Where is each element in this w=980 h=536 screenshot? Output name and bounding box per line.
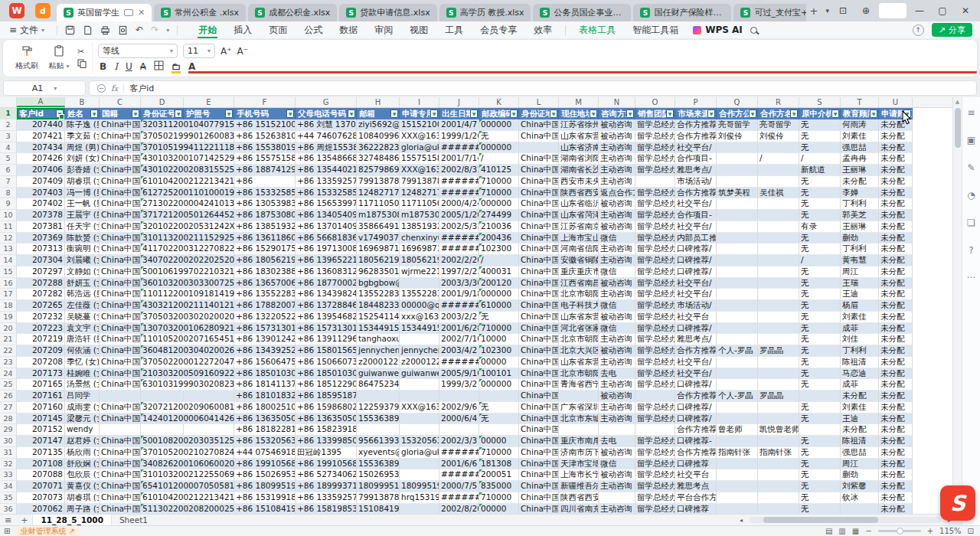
cell[interactable]: 四川省南充	[559, 504, 599, 515]
cell[interactable]: ########	[439, 188, 479, 199]
cell[interactable]: 济南市历下	[559, 447, 599, 459]
cell[interactable]: China中国	[519, 312, 559, 323]
cell[interactable]: 未分配	[879, 312, 913, 323]
cell[interactable]: 825798695	[357, 165, 400, 176]
scroll-left-icon[interactable]: ◂	[735, 517, 747, 524]
cell[interactable]	[758, 142, 799, 154]
cell[interactable]: 无	[479, 413, 519, 425]
cell[interactable]: 138519326	[400, 221, 439, 233]
cell[interactable]: 新航道	[799, 165, 841, 176]
cell[interactable]: +86 18302388	[234, 266, 296, 278]
cell[interactable]: 000000	[479, 289, 519, 300]
cell[interactable]: 2001/7/14	[439, 153, 479, 165]
cell[interactable]: 社交平台/	[675, 289, 717, 300]
cell[interactable]: 北京大兴区	[559, 345, 599, 357]
cell[interactable]: 留学总经办	[635, 413, 675, 425]
cell[interactable]: 654101200007050581	[141, 481, 184, 492]
cell[interactable]: 成菲	[841, 379, 879, 391]
row-number[interactable]: 28	[0, 413, 17, 425]
cell[interactable]: 2001/4/7	[439, 119, 479, 131]
cell[interactable]: 358664913	[357, 221, 400, 233]
cell[interactable]: China中国	[519, 221, 559, 233]
cell[interactable]: 去电	[599, 368, 635, 380]
cell[interactable]: 无	[479, 402, 519, 413]
cell[interactable]	[717, 459, 758, 470]
row-number[interactable]: 17	[0, 289, 17, 300]
cell[interactable]: +86 15026953	[234, 469, 296, 481]
cell[interactable]: +86 周煜15538(	[296, 142, 357, 154]
search-icon[interactable]	[750, 27, 757, 34]
cell[interactable]: 1999/3/2	[439, 379, 479, 391]
cell[interactable]: China中国	[519, 391, 559, 402]
cell[interactable]: 文静如 (女	[65, 266, 100, 278]
cell[interactable]: +86 13439252	[234, 345, 296, 357]
cell[interactable]	[758, 504, 799, 515]
cell[interactable]: 主动咨询	[599, 210, 635, 221]
cell[interactable]: 合作方推荐	[675, 424, 717, 436]
zoom-slider-thumb[interactable]	[897, 528, 903, 534]
cell[interactable]	[100, 424, 141, 436]
cell[interactable]: 天津市宝坻	[559, 459, 599, 470]
cell[interactable]: 王迪	[841, 289, 879, 300]
cell[interactable]: 留学总经办	[635, 481, 675, 492]
cell[interactable]: 15320563	[400, 436, 439, 447]
filter-dropdown-icon[interactable]: ▼	[390, 109, 398, 118]
cell[interactable]: China中国	[100, 459, 141, 470]
cell[interactable]	[717, 153, 758, 165]
cell[interactable]: 无	[799, 469, 841, 481]
print-preview-icon[interactable]	[118, 25, 128, 35]
cell[interactable]: 留学总经办	[635, 210, 675, 221]
row-number[interactable]: 6	[0, 165, 17, 176]
cell[interactable]: ziyi5692@	[357, 119, 400, 131]
row-number[interactable]: 25	[0, 379, 17, 391]
cell[interactable]: +86 1573130169	[296, 323, 357, 335]
cell[interactable]: 未分配	[879, 368, 913, 380]
cell[interactable]: 桂婉唯 (女	[65, 368, 100, 380]
cell[interactable]	[717, 334, 758, 345]
add-sheet-button[interactable]: +	[16, 515, 32, 525]
cell[interactable]: 留学总经办	[635, 278, 675, 289]
cell[interactable]: 主动咨询	[599, 379, 635, 391]
header-cell[interactable]: 姓名▼	[65, 108, 100, 119]
cell[interactable]: +86 13611860	[234, 233, 296, 244]
cell[interactable]: 207434	[17, 142, 65, 154]
cell[interactable]: 社交平台	[675, 469, 717, 481]
cell[interactable]	[758, 481, 799, 492]
cell[interactable]	[400, 459, 439, 470]
cell[interactable]: 合作项目-	[675, 210, 717, 221]
cell[interactable]: 蒯劲	[841, 233, 879, 244]
cell[interactable]: China中国	[519, 402, 559, 413]
cell[interactable]: 108409964	[357, 131, 400, 142]
cell[interactable]: 207160	[17, 402, 65, 413]
cell[interactable]: 未分配	[879, 255, 913, 266]
share-button[interactable]: ↗ 分享	[932, 23, 972, 37]
cell[interactable]: 未分配	[879, 504, 913, 515]
save-icon[interactable]	[65, 25, 75, 35]
cell[interactable]: +86 18099519	[234, 481, 296, 492]
cell[interactable]: China中国	[519, 368, 559, 380]
cell[interactable]: 舒欣娴 (女	[65, 459, 100, 470]
cell[interactable]: 刘俊伶	[758, 131, 799, 142]
cell[interactable]: 未分配	[879, 379, 913, 391]
italic-button[interactable]: I	[114, 61, 118, 72]
cell[interactable]	[559, 391, 599, 402]
cell[interactable]: 成菲	[841, 323, 879, 335]
cell[interactable]: 黄韦慧	[841, 255, 879, 266]
cell[interactable]: 个人-罗晶	[717, 391, 758, 402]
column-header-B[interactable]: B	[65, 97, 100, 107]
filter-dropdown-icon[interactable]: ▼	[175, 109, 182, 118]
cell[interactable]: 留学总经办	[635, 289, 675, 300]
cell[interactable]: 117110505	[400, 198, 439, 210]
cell[interactable]: 207145	[17, 413, 65, 425]
menu-tab-3[interactable]: 页面	[260, 21, 296, 38]
cell[interactable]: +86 15575158	[234, 153, 296, 165]
header-cell[interactable]: 销售团队▼	[635, 108, 675, 119]
scroll-up-icon[interactable]: ▲	[953, 97, 962, 106]
cell[interactable]: 留学总经办	[635, 221, 675, 233]
cell[interactable]: 周江	[841, 459, 879, 470]
cell[interactable]: 2001/9/18	[439, 289, 479, 300]
cell[interactable]: +86 1354866895	[296, 153, 357, 165]
filter-dropdown-icon[interactable]: ▼	[56, 109, 64, 118]
cell[interactable]: China中国	[519, 436, 559, 447]
cell[interactable]: 湖南省长沙	[559, 165, 599, 176]
